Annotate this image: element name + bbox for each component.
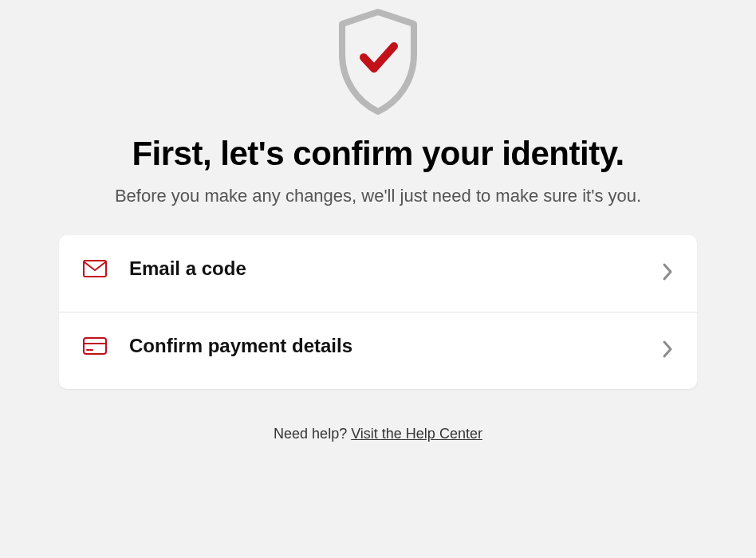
help-prompt: Need help? [274, 426, 351, 442]
chevron-right-icon [662, 340, 673, 362]
option-label: Confirm payment details [129, 335, 673, 357]
shield-check-icon [330, 8, 426, 119]
option-email-code[interactable]: Email a code [59, 235, 697, 312]
credit-card-icon [83, 337, 107, 355]
verification-options: Email a code Confirm payment details [59, 235, 697, 389]
envelope-icon [83, 260, 107, 277]
option-confirm-payment[interactable]: Confirm payment details [59, 312, 697, 389]
help-center-link[interactable]: Visit the Help Center [351, 426, 482, 442]
svg-rect-0 [84, 261, 106, 277]
chevron-right-icon [662, 262, 673, 285]
help-footer: Need help? Visit the Help Center [274, 426, 482, 442]
option-label: Email a code [129, 257, 673, 280]
page-subheading: Before you make any changes, we'll just … [115, 186, 641, 206]
svg-rect-1 [84, 338, 106, 354]
page-heading: First, let's confirm your identity. [132, 135, 624, 173]
